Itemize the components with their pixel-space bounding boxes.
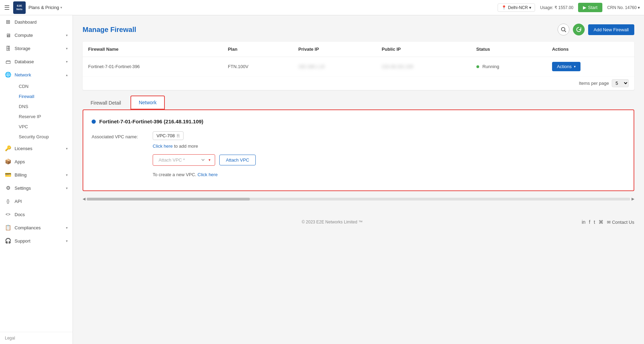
scrollbar-thumb bbox=[87, 198, 250, 200]
sidebar-item-storage[interactable]: 🗄 Storage ▾ bbox=[0, 42, 73, 55]
licenses-arrow: ▾ bbox=[66, 147, 68, 150]
private-ip-cell: 192.168.1.10 bbox=[293, 57, 376, 76]
legal-label[interactable]: Legal bbox=[5, 336, 15, 341]
scrollbar-track[interactable] bbox=[87, 198, 630, 200]
settings-icon: ⚙ bbox=[5, 185, 11, 191]
database-icon: 🗃 bbox=[5, 58, 11, 65]
sidebar-item-apps-label: Apps bbox=[15, 159, 68, 164]
sidebar-item-vpc[interactable]: VPC bbox=[14, 122, 73, 132]
logo: E2ENets bbox=[13, 1, 26, 14]
contact-label: Contact Us bbox=[612, 220, 634, 225]
storage-arrow: ▾ bbox=[66, 47, 68, 50]
sidebar-item-settings[interactable]: ⚙ Settings ▾ bbox=[0, 181, 73, 195]
search-button[interactable] bbox=[558, 24, 569, 35]
col-status: Status bbox=[471, 42, 546, 57]
billing-arrow: ▾ bbox=[66, 173, 68, 177]
sidebar-item-api-label: API bbox=[15, 199, 68, 204]
plan-cell: FTN.100V bbox=[222, 57, 293, 76]
scroll-area: ◀ ▶ bbox=[83, 197, 634, 201]
contact-icon: ✉ bbox=[607, 220, 611, 225]
support-icon: 🎧 bbox=[5, 238, 11, 244]
sidebar-item-storage-label: Storage bbox=[15, 46, 62, 51]
sidebar-item-api[interactable]: {} API bbox=[0, 195, 73, 208]
dashboard-icon: ⊞ bbox=[5, 19, 11, 25]
facebook-icon[interactable]: f bbox=[589, 219, 590, 225]
refresh-button[interactable] bbox=[573, 24, 585, 35]
layout: ⊞ Dashboard 🖥 Compute ▾ 🗄 Storage ▾ 🗃 Da… bbox=[0, 15, 644, 344]
sidebar-item-support[interactable]: 🎧 Support ▾ bbox=[0, 234, 73, 247]
create-vpc-link[interactable]: Click here bbox=[197, 172, 218, 177]
sidebar-item-compliances[interactable]: 📋 Compliances ▾ bbox=[0, 221, 73, 234]
network-arrow: ▴ bbox=[66, 73, 68, 77]
copy-icon[interactable]: ⎘ bbox=[177, 133, 180, 138]
add-new-firewall-button[interactable]: Add New Firewall bbox=[588, 24, 634, 35]
menu-icon[interactable]: ☰ bbox=[4, 4, 10, 11]
scroll-right-arrow[interactable]: ▶ bbox=[632, 197, 634, 201]
location-selector[interactable]: 📍 Delhi-NCR ▾ bbox=[498, 3, 535, 12]
create-vpc-text: To create a new VPC. bbox=[153, 172, 196, 177]
twitter-icon[interactable]: t bbox=[594, 219, 595, 225]
attach-vpc-select-wrapper[interactable]: Attach VPC * ▾ bbox=[153, 154, 215, 166]
sidebar-item-compute-label: Compute bbox=[15, 33, 62, 38]
attach-vpc-select[interactable]: Attach VPC * bbox=[157, 157, 206, 163]
plans-pricing-label: Plans & Pricing bbox=[28, 5, 59, 10]
sidebar-item-cdn[interactable]: CDN bbox=[14, 81, 73, 91]
sidebar-item-apps[interactable]: 📦 Apps bbox=[0, 155, 73, 168]
vpc-form-content: VPC-708 ⎘ Click here to add more Attach … bbox=[153, 131, 256, 177]
sidebar-item-network[interactable]: 🌐 Network ▴ bbox=[0, 68, 73, 81]
start-button[interactable]: ▶ Start bbox=[578, 3, 602, 12]
actions-dropdown-button[interactable]: Actions ▾ bbox=[552, 62, 581, 71]
sidebar-item-dns[interactable]: DNS bbox=[14, 101, 73, 112]
location-icon: 📍 bbox=[501, 5, 507, 10]
storage-icon: 🗄 bbox=[5, 45, 11, 51]
private-ip-value: 192.168.1.10 bbox=[298, 64, 325, 69]
support-arrow: ▾ bbox=[66, 239, 68, 243]
table-header-row: Firewall Name Plan Private IP Public IP … bbox=[83, 42, 634, 57]
crn-label[interactable]: CRN No. 14760 ▾ bbox=[607, 5, 640, 10]
click-here-link[interactable]: Click here bbox=[153, 144, 173, 149]
sidebar-item-firewall[interactable]: Firewall bbox=[14, 91, 73, 101]
linkedin-icon[interactable]: in bbox=[582, 219, 585, 225]
items-per-page: Items per page 5 10 20 50 bbox=[83, 76, 634, 90]
detail-card-title: Fortinet-7-01-Fortinet-396 (216.48.191.1… bbox=[92, 118, 625, 124]
attach-vpc-button[interactable]: Attach VPC bbox=[219, 155, 256, 165]
sidebar-item-security-group[interactable]: Security Group bbox=[14, 132, 73, 142]
table-row: Fortinet-7-01-Fortinet-396 FTN.100V 192.… bbox=[83, 57, 634, 76]
compliances-arrow: ▾ bbox=[66, 226, 68, 230]
location-arrow: ▾ bbox=[529, 5, 531, 10]
sidebar-item-compute[interactable]: 🖥 Compute ▾ bbox=[0, 28, 73, 42]
add-more-row: Click here to add more bbox=[153, 144, 256, 149]
contact-us-link[interactable]: ✉ Contact Us bbox=[607, 220, 634, 225]
sidebar-item-support-label: Support bbox=[15, 238, 62, 244]
plans-pricing-dropdown[interactable]: Plans & Pricing ▾ bbox=[28, 5, 62, 10]
sidebar-item-database-label: Database bbox=[15, 59, 62, 64]
add-more-text: to add more bbox=[173, 144, 198, 149]
sidebar-item-compliances-label: Compliances bbox=[15, 225, 62, 230]
page-title: Manage Firewall bbox=[83, 26, 136, 34]
items-per-page-select[interactable]: 5 10 20 50 bbox=[612, 79, 629, 87]
sidebar-item-database[interactable]: 🗃 Database ▾ bbox=[0, 55, 73, 68]
attach-row: Attach VPC * ▾ Attach VPC bbox=[153, 154, 256, 166]
tab-network[interactable]: Network bbox=[130, 96, 165, 109]
licenses-icon: 🔑 bbox=[5, 145, 11, 151]
rss-icon[interactable]: ⌘ bbox=[599, 219, 603, 225]
scroll-controls: ◀ ▶ bbox=[83, 197, 634, 201]
tab-firewall-detail[interactable]: Firewall Detail bbox=[83, 96, 129, 109]
sidebar-item-licenses[interactable]: 🔑 Licenses ▾ bbox=[0, 142, 73, 155]
sidebar-item-billing[interactable]: 💳 Billing ▾ bbox=[0, 168, 73, 181]
public-ip-cell: 216.48.191.109 bbox=[376, 57, 471, 76]
vpc-tag-label: VPC-708 bbox=[156, 133, 175, 138]
scroll-left-arrow[interactable]: ◀ bbox=[83, 197, 85, 201]
footer-right: in f t ⌘ ✉ Contact Us bbox=[582, 219, 634, 225]
start-icon: ▶ bbox=[583, 5, 586, 10]
sidebar-item-reserve-ip[interactable]: Reserve IP bbox=[14, 112, 73, 122]
compute-icon: 🖥 bbox=[5, 32, 11, 38]
col-plan: Plan bbox=[222, 42, 293, 57]
sidebar-item-settings-label: Settings bbox=[15, 186, 62, 191]
actions-arrow: ▾ bbox=[574, 65, 576, 68]
top-header: ☰ E2ENets Plans & Pricing ▾ 📍 Delhi-NCR … bbox=[0, 0, 644, 15]
sidebar-item-dashboard[interactable]: ⊞ Dashboard bbox=[0, 15, 73, 28]
sidebar-item-docs[interactable]: <> Docs bbox=[0, 208, 73, 221]
col-actions: Actions bbox=[546, 42, 634, 57]
main-content: Manage Firewall Add New Firewall bbox=[73, 15, 644, 344]
